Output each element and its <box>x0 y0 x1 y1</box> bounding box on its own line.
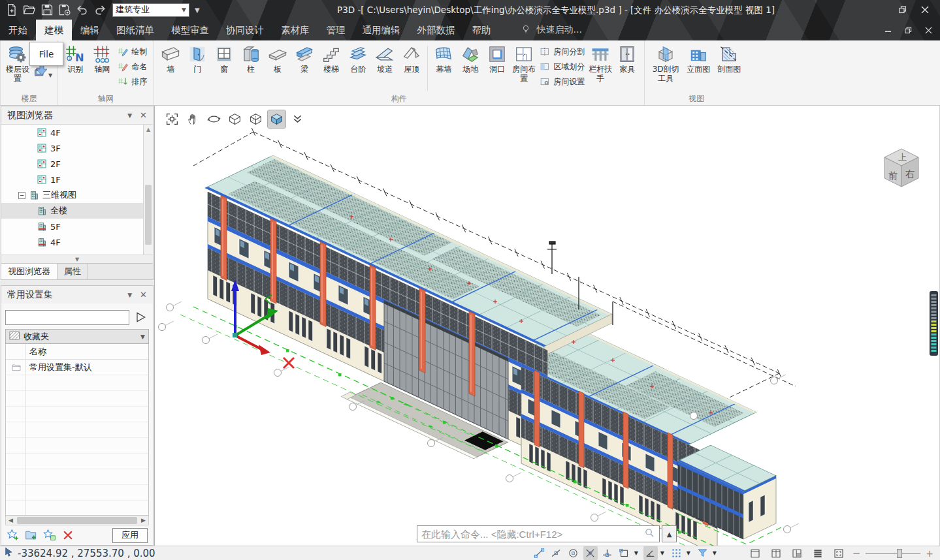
tree-item-4F[interactable]: 4F <box>1 234 153 250</box>
button-幕墙[interactable]: 幕墙 <box>430 43 457 76</box>
red-x-button[interactable] <box>61 529 74 542</box>
apply-button[interactable]: 应用 <box>112 528 148 543</box>
close-panel-icon[interactable]: ✕ <box>140 290 147 300</box>
zoom-extents-button[interactable] <box>163 110 181 128</box>
button-板[interactable]: 板 <box>265 43 291 76</box>
hscrollbar-thumb[interactable] <box>17 517 137 524</box>
save-as-button[interactable] <box>56 1 73 18</box>
folder-open-button[interactable] <box>20 1 38 18</box>
tab-外部数据[interactable]: 外部数据 <box>409 20 464 40</box>
scroll-right-icon[interactable]: ▶ <box>138 517 148 523</box>
tree-item-三维视图[interactable]: −三维视图 <box>1 187 153 203</box>
settings-search-input[interactable] <box>5 310 129 325</box>
star-add-button[interactable] <box>7 529 20 542</box>
layout-hstack-button[interactable] <box>811 546 825 560</box>
tab-通用编辑[interactable]: 通用编辑 <box>354 20 409 40</box>
chevron-down-icon[interactable]: ▼ <box>634 550 641 556</box>
view-cube-top-label[interactable]: 上 <box>898 152 907 162</box>
tree-item-5F[interactable]: 5F <box>1 219 153 234</box>
tab-开始[interactable]: 开始 <box>0 20 36 40</box>
cube-hidden-button[interactable] <box>247 110 265 128</box>
layout-mixed-button[interactable] <box>790 546 804 560</box>
button-门[interactable]: 门 <box>184 43 210 76</box>
button-房间分割[interactable]: 房间分割 <box>538 44 587 59</box>
button-轴网[interactable]: 轴网 <box>89 43 115 76</box>
zoom-in-icon[interactable]: + <box>926 548 933 559</box>
tab-管理[interactable]: 管理 <box>318 20 354 40</box>
button-家具[interactable]: 家具 <box>614 43 640 76</box>
chevron-down-icon[interactable]: ▼ <box>687 550 693 556</box>
command-history-button[interactable]: ▲ <box>662 525 677 542</box>
layout-single-button[interactable] <box>748 546 762 560</box>
button-屋顶[interactable]: 屋顶 <box>398 43 425 76</box>
tree-item-全楼[interactable]: 全楼 <box>1 203 153 219</box>
tab-素材库[interactable]: 素材库 <box>272 20 318 40</box>
button-房间设置[interactable]: 房间设置 <box>538 74 587 89</box>
panel-splitter[interactable] <box>0 280 154 285</box>
tab-建模[interactable]: 建模 <box>36 20 72 40</box>
chevron-down-icon[interactable]: ▼ <box>713 550 719 556</box>
tree-item-3F[interactable]: 3F <box>1 140 153 156</box>
button-场地[interactable]: 场地 <box>457 43 483 76</box>
folder-add-button[interactable] <box>25 529 38 542</box>
sidebar-tab-视图浏览器[interactable]: 视图浏览器 <box>1 264 57 279</box>
button-立面图[interactable]: 立面图 <box>683 43 713 76</box>
tab-模型审查[interactable]: 模型审查 <box>163 20 218 40</box>
model-viewport[interactable]: 上 前 右 ▲ <box>155 106 940 546</box>
cube-shaded-button[interactable] <box>268 110 285 128</box>
zoom-slider[interactable]: −+ <box>852 548 933 559</box>
snap-angle-button[interactable] <box>643 546 658 560</box>
button-剖面图[interactable]: 剖面图 <box>714 43 744 76</box>
fullscreen-button[interactable] <box>832 546 846 560</box>
snap-x-button[interactable] <box>583 546 598 560</box>
button-楼层设置[interactable]: 楼层设置 <box>5 43 31 85</box>
profession-select[interactable]: 建筑专业 ▼ <box>112 3 189 17</box>
button-绘制[interactable]: 绘制 <box>116 44 149 59</box>
button-柱[interactable]: 柱 <box>238 43 264 76</box>
tree-item-4F[interactable]: 4F <box>1 125 153 140</box>
command-input[interactable] <box>421 529 644 540</box>
button-命名[interactable]: 命名 <box>116 59 149 74</box>
snap-center-button[interactable] <box>566 546 581 560</box>
snap-mid-button[interactable] <box>549 546 564 560</box>
tab-帮助[interactable]: 帮助 <box>464 20 500 40</box>
redo-button[interactable] <box>91 1 108 18</box>
restore-document-button[interactable] <box>899 23 917 37</box>
button-3D剖切工具[interactable]: 3D剖切工具 <box>649 43 683 85</box>
close-document-button[interactable] <box>919 23 937 37</box>
quick-launch[interactable]: 快速启动... <box>521 20 582 40</box>
orbit-button[interactable] <box>205 110 223 128</box>
favorites-bar[interactable]: 收藏夹 ▼ <box>5 329 149 344</box>
toolbar-customize-icon[interactable]: ▼ <box>195 7 200 14</box>
tab-图纸清单[interactable]: 图纸清单 <box>108 20 163 40</box>
minimize-document-button[interactable] <box>879 23 897 37</box>
tab-编辑[interactable]: 编辑 <box>72 20 108 40</box>
layout-vsplit-button[interactable] <box>769 546 783 560</box>
button-墙[interactable]: 墙 <box>157 43 184 76</box>
snap-rect-button[interactable] <box>617 546 632 560</box>
chevron-down-icon[interactable]: ▼ <box>660 550 667 556</box>
tree-item-1F[interactable]: 1F <box>1 172 153 187</box>
button-识别[interactable]: 1N识别 <box>62 43 88 76</box>
tree-item-2F[interactable]: 2F <box>1 156 153 172</box>
run-search-button[interactable] <box>132 309 149 325</box>
filter-button[interactable] <box>696 546 710 560</box>
view-cube-front-label[interactable]: 前 <box>888 170 898 181</box>
undo-button[interactable] <box>73 1 91 18</box>
view-cube[interactable]: 上 前 右 <box>881 146 922 189</box>
close-panel-icon[interactable]: ✕ <box>140 110 147 120</box>
search-icon[interactable] <box>644 527 655 541</box>
tab-协同设计[interactable]: 协同设计 <box>218 20 272 40</box>
tree-scroll-down-strip[interactable]: ▼ <box>1 255 153 263</box>
grid-dots-button[interactable] <box>670 546 684 560</box>
scroll-left-icon[interactable]: ◀ <box>6 517 16 523</box>
collapse-icon[interactable]: − <box>18 192 25 199</box>
save-button[interactable] <box>38 1 56 18</box>
building-model[interactable] <box>155 106 940 546</box>
button-窗[interactable]: 窗 <box>211 43 237 76</box>
pan-button[interactable] <box>184 110 202 128</box>
cube-wire-button[interactable] <box>226 110 244 128</box>
floor-level-widget[interactable] <box>930 291 938 356</box>
scrollbar-thumb[interactable] <box>145 185 152 245</box>
sidebar-tab-属性[interactable]: 属性 <box>57 264 88 279</box>
